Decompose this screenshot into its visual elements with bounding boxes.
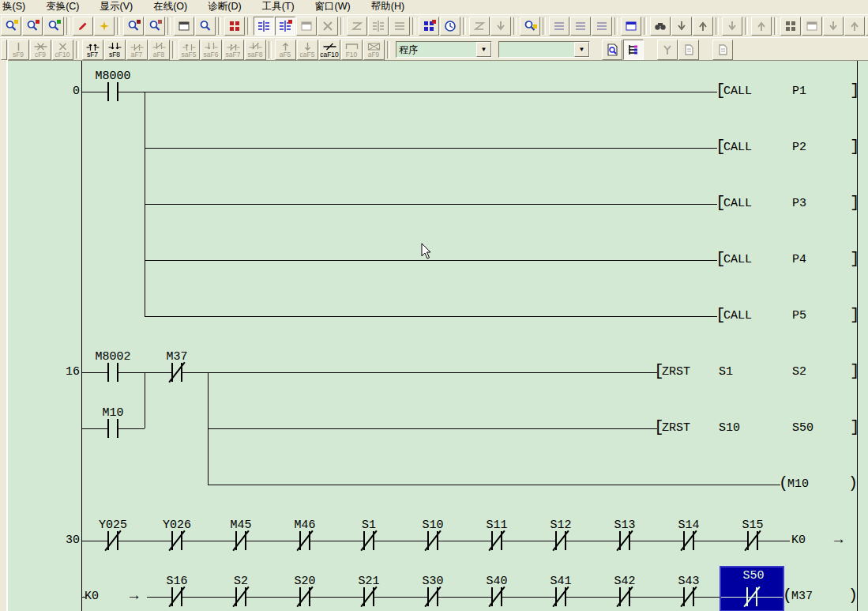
instruction-op[interactable]: CALL [723,141,752,155]
tree-view-icon[interactable] [623,40,644,60]
instruction-operand[interactable]: S1 [719,365,733,379]
fkey-saF7-button[interactable]: saF7 [223,40,244,60]
instruction-operand[interactable]: P4 [792,253,806,267]
fkey-sF9-button[interactable]: sF9 [8,40,29,60]
coil-M10[interactable]: M10 [787,477,809,492]
read-mode-icon[interactable] [123,17,144,36]
ld-logo-icon[interactable] [224,17,245,36]
device-batch-icon[interactable] [419,17,439,36]
contact-S21[interactable] [363,587,374,606]
fkey-sF8-button[interactable]: sF8 [104,40,126,60]
program-type-combo[interactable]: 程序 ▼ [396,41,492,58]
zoom-circuit-icon[interactable] [195,17,216,36]
menu-bar: 换(S) 变换(C) 显示(V) 在线(O) 诊断(D) 工具(T) 窗口(W)… [0,0,868,14]
menu-item-convert[interactable]: 变换(C) [36,0,89,14]
contact-M8000[interactable] [107,82,118,101]
instruction-op[interactable]: ZRST [662,365,690,379]
menu-item-window[interactable]: 窗口(W) [305,0,361,14]
ladder-edit-icon[interactable] [275,17,295,36]
fkey-aF8-button[interactable]: aF8 [148,40,170,60]
instruction-operand[interactable]: S2 [792,365,806,379]
chevron-down-icon[interactable]: ▼ [476,42,491,57]
contact-S30[interactable] [427,587,438,606]
contact-S41[interactable] [555,587,566,606]
contact-S43[interactable] [683,587,694,606]
fkey-partial-button[interactable] [1,40,7,60]
contact-S2[interactable] [235,587,246,606]
constant-K0[interactable]: K0 [85,590,99,604]
contact-S20[interactable] [299,587,310,606]
instruction-operand[interactable]: P2 [792,141,806,155]
contact-M46[interactable] [299,531,310,550]
fkey-cF9-button[interactable]: cF9 [30,40,51,60]
contact-M10[interactable] [107,419,118,438]
chevron-down-icon[interactable]: ▼ [574,42,589,57]
scan-time-icon[interactable] [440,17,460,36]
contact-S40[interactable] [491,587,502,606]
instruction-op[interactable]: CALL [723,197,752,211]
contact-S13[interactable] [619,531,630,550]
zoom-device-icon[interactable] [43,17,64,36]
menu-item-online[interactable]: 在线(O) [143,0,197,14]
instruction-operand[interactable]: P5 [792,309,806,323]
fkey-saF5-button[interactable]: saF5 [178,40,200,60]
contact-S50[interactable] [746,587,757,606]
fkey-F10-button[interactable]: F10 [341,40,363,60]
instruction-op[interactable]: CALL [723,85,752,99]
contact-Y026[interactable] [171,531,182,550]
rung-line [145,148,717,149]
zoom-color-icon[interactable] [22,17,43,36]
menu-item-diagnostics[interactable]: 诊断(D) [197,0,251,14]
contact-S10[interactable] [427,531,438,550]
contact-M45[interactable] [235,531,246,550]
fkey-aF5-button[interactable]: aF5 [275,40,296,60]
contact-S42[interactable] [619,587,630,606]
zoom-doc-icon[interactable] [602,40,622,60]
fkey-sF7-button[interactable]: sF7 [82,40,103,60]
bracket: ] [850,194,860,212]
write-mode-icon[interactable] [73,17,93,36]
fkey-aF9-button[interactable]: aF9 [363,40,385,60]
fkey-saF8-button[interactable]: saF8 [245,40,266,60]
instruction-op[interactable]: CALL [723,309,752,323]
ladder-view-icon[interactable] [254,17,274,36]
watch-window-icon[interactable] [621,17,641,36]
fkey-cF10-button[interactable]: cF10 [52,40,73,60]
contact-M8002[interactable] [107,363,118,382]
contact-S15[interactable] [747,531,758,550]
menu-item-search[interactable]: 换(S) [0,0,36,14]
find-prev-icon[interactable] [693,17,713,36]
menu-item-tools[interactable]: 工具(T) [252,0,305,14]
fkey-caF5-button[interactable]: caF5 [297,40,318,60]
fkey-caF10-button[interactable]: caF10 [319,40,340,60]
coil-M37[interactable]: M37 [791,590,813,604]
block-combo[interactable]: ▼ [498,41,590,58]
contact-S14[interactable] [683,531,694,550]
find-icon[interactable] [650,17,671,36]
constant-K0[interactable]: K0 [791,534,806,548]
instruction-operand[interactable]: P1 [792,85,806,99]
find-next-icon[interactable] [671,17,692,36]
instruction-op[interactable]: ZRST [662,421,690,436]
device-find-icon[interactable] [520,17,540,36]
ladder-editor[interactable]: 0 M8000 [ CALL P1 ] [ CALL P2 ] [ CALL P… [8,60,868,611]
write-new-icon[interactable] [94,17,115,36]
monitor-mode-icon[interactable] [145,17,165,36]
contact-S11[interactable] [491,531,502,550]
contact-S1[interactable] [363,531,374,550]
window-split-icon[interactable] [174,17,194,36]
menu-item-help[interactable]: 帮助(H) [361,0,415,14]
fkey-saF6-button[interactable]: saF6 [201,40,222,60]
fkey-aF7-button[interactable]: aF7 [126,40,148,60]
instruction-operand[interactable]: S10 [719,421,740,436]
instruction-operand[interactable]: P3 [792,197,806,211]
instruction-operand[interactable]: S50 [792,421,814,436]
row-insert-icon [549,17,569,36]
zoom-ladder-icon[interactable] [1,17,21,36]
instruction-op[interactable]: CALL [723,253,752,267]
contact-Y025[interactable] [107,531,118,550]
menu-item-view[interactable]: 显示(V) [90,0,144,14]
contact-S12[interactable] [555,531,566,550]
contact-S16[interactable] [171,587,182,606]
contact-M37[interactable] [171,363,182,382]
